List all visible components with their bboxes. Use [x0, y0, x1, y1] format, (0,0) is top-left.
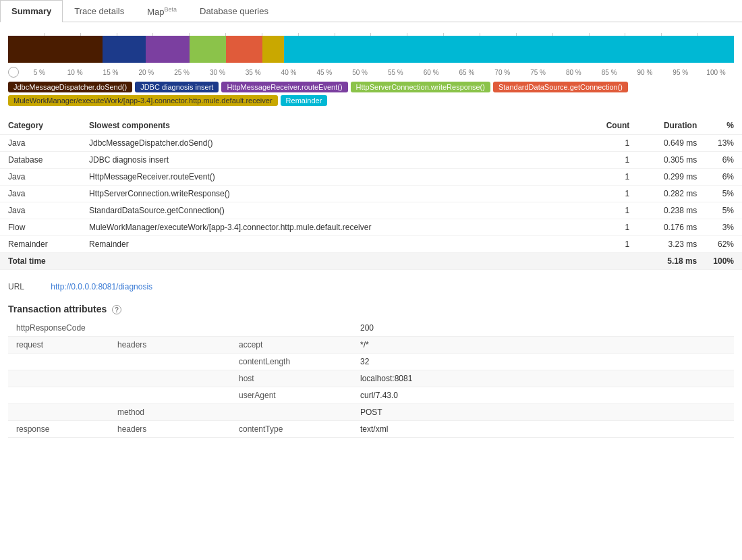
attr-row-response: response headers contentType text/xml	[8, 421, 734, 438]
pct-100: 100 %	[698, 69, 734, 76]
attr-nested-accept: accept	[231, 337, 352, 354]
attr-val-host: localhost:8081	[352, 370, 734, 387]
total-percent: 100%	[705, 253, 742, 270]
attr-val-accept: */*	[352, 337, 734, 354]
tab-bar: Summary Trace details MapBeta Database q…	[0, 0, 742, 22]
attr-subkey-empty2	[109, 354, 231, 370]
attr-val-method: POST	[352, 404, 734, 421]
row-count: 1	[583, 186, 637, 202]
row-category: Java	[0, 186, 81, 202]
total-row: Total time 5.18 ms 100%	[0, 253, 742, 270]
pct-80: 80 %	[556, 69, 592, 76]
attr-row-request-accept: request headers accept */*	[8, 337, 734, 354]
segment-http-server	[190, 36, 226, 63]
timeline-container: 5 % 10 % 15 % 20 % 25 % 30 % 35 % 40 % 4…	[0, 22, 742, 79]
attr-nested-empty5	[231, 404, 352, 421]
row-component: StandardDataSource.getConnection()	[81, 202, 583, 219]
row-category: Flow	[0, 219, 81, 236]
row-duration: 0.649 ms	[637, 135, 705, 152]
col-percent: %	[705, 117, 742, 135]
attr-subkey-headers: headers	[109, 337, 231, 354]
row-duration: 0.305 ms	[637, 152, 705, 169]
tab-database-queries[interactable]: Database queries	[188, 0, 280, 22]
attr-nested-content-type: contentType	[231, 421, 352, 438]
row-percent: 13%	[705, 135, 742, 152]
pct-15: 15 %	[93, 69, 129, 76]
pct-50: 50 %	[342, 69, 378, 76]
timeline-reset-icon[interactable]	[8, 67, 19, 78]
col-component: Slowest components	[81, 117, 583, 135]
pct-85: 85 %	[592, 69, 627, 76]
attr-key-empty5	[8, 404, 109, 421]
url-link[interactable]: http://0.0.0.0:8081/diagnosis	[51, 282, 152, 291]
segment-jdbc-dispatcher	[8, 36, 103, 63]
row-count: 1	[583, 236, 637, 253]
pct-10: 10 %	[57, 69, 93, 76]
table-row: Java HttpServerConnection.writeResponse(…	[0, 186, 742, 202]
attr-key-empty4	[8, 387, 109, 404]
pct-30: 30 %	[200, 69, 235, 76]
table-row: Java JdbcMessageDispatcher.doSend() 1 0.…	[0, 135, 742, 152]
attr-row-host: host localhost:8081	[8, 370, 734, 387]
legend-jdbc-dispatcher: JdbcMessageDispatcher.doSend()	[8, 82, 132, 92]
attr-nested-host: host	[231, 370, 352, 387]
segment-datasource	[226, 36, 262, 63]
pct-95: 95 %	[662, 69, 698, 76]
row-component: Remainder	[81, 236, 583, 253]
row-duration: 0.238 ms	[637, 202, 705, 219]
attr-nested-content-length: contentLength	[231, 354, 352, 370]
col-duration: Duration	[637, 117, 705, 135]
row-percent: 6%	[705, 152, 742, 169]
row-component: MuleWorkManager/executeWork/[app-3.4].co…	[81, 219, 583, 236]
pct-65: 65 %	[449, 69, 485, 76]
attr-key-empty2	[8, 354, 109, 370]
pct-5: 5 %	[22, 69, 57, 76]
attr-subkey-empty4	[109, 387, 231, 404]
beta-badge: Beta	[164, 6, 177, 13]
row-count: 1	[583, 202, 637, 219]
tab-trace-details[interactable]: Trace details	[63, 0, 136, 22]
row-category: Java	[0, 202, 81, 219]
attr-row-http-response: httpResponseCode 200	[8, 320, 734, 337]
attr-key-request: request	[8, 337, 109, 354]
pct-40: 40 %	[271, 69, 307, 76]
row-duration: 0.176 ms	[637, 219, 705, 236]
attr-val-content-length: 32	[352, 354, 734, 370]
row-component: JdbcMessageDispatcher.doSend()	[81, 135, 583, 152]
tab-map[interactable]: MapBeta	[136, 0, 188, 22]
attr-val-200: 200	[352, 320, 734, 337]
help-icon[interactable]: ?	[112, 305, 121, 314]
url-label: URL	[8, 282, 49, 291]
row-percent: 3%	[705, 219, 742, 236]
row-component: HttpServerConnection.writeResponse()	[81, 186, 583, 202]
attr-nested-user-agent: userAgent	[231, 387, 352, 404]
attr-key-http: httpResponseCode	[8, 320, 109, 337]
attr-row-content-length: contentLength 32	[8, 354, 734, 370]
tab-summary-label: Summary	[11, 6, 51, 16]
segment-remainder	[284, 36, 734, 63]
legend-remainder: Remainder	[281, 95, 328, 106]
attr-row-method: method POST	[8, 404, 734, 421]
attr-key-response: response	[8, 421, 109, 438]
row-category: Database	[0, 152, 81, 169]
table-row: Database JDBC diagnosis insert 1 0.305 m…	[0, 152, 742, 169]
legend-jdbc-diagnosis: JDBC diagnosis insert	[135, 82, 219, 92]
table-row: Java HttpMessageReceiver.routeEvent() 1 …	[0, 169, 742, 186]
transaction-attributes-section: Transaction attributes ? httpResponseCod…	[0, 298, 742, 443]
attr-subkey-empty3	[109, 370, 231, 387]
row-count: 1	[583, 152, 637, 169]
legend: JdbcMessageDispatcher.doSend() JDBC diag…	[0, 79, 742, 111]
tab-summary[interactable]: Summary	[0, 0, 63, 22]
pct-70: 70 %	[484, 69, 520, 76]
attr-table: httpResponseCode 200 request headers acc…	[8, 320, 734, 438]
pct-35: 35 %	[235, 69, 271, 76]
row-percent: 62%	[705, 236, 742, 253]
timeline-bar	[8, 36, 734, 63]
segment-http-receiver	[146, 36, 190, 63]
table-row: Remainder Remainder 1 3.23 ms 62%	[0, 236, 742, 253]
row-component: JDBC diagnosis insert	[81, 152, 583, 169]
total-duration: 5.18 ms	[637, 253, 705, 270]
tab-trace-label: Trace details	[74, 6, 124, 16]
segment-jdbc-diagnosis	[103, 36, 146, 63]
pct-45: 45 %	[306, 69, 342, 76]
